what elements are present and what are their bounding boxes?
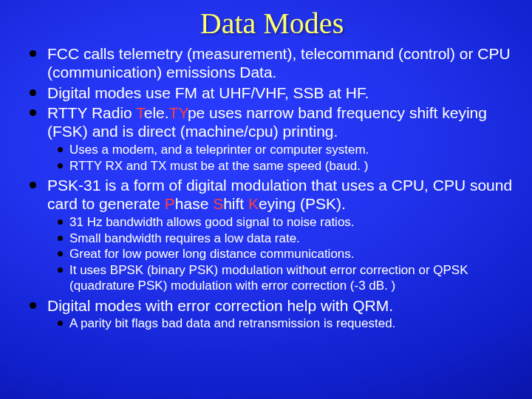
- bullet-text: Great for low power long distance commun…: [69, 247, 355, 261]
- bullet-item: PSK-31 is a form of digital modulation t…: [27, 177, 514, 293]
- bullet-item: FCC calls telemetry (measurement), telec…: [27, 45, 514, 82]
- bullet-text: hift: [223, 195, 248, 212]
- bullet-list-level2: A parity bit flags bad data and retransm…: [47, 316, 514, 332]
- sub-bullet-item: Uses a modem, and a teleprinter or compu…: [56, 143, 514, 158]
- bullet-text: hase: [175, 195, 213, 212]
- bullet-item: Digital modes with error correction help…: [27, 297, 514, 332]
- bullet-text: 31 Hz bandwidth allows good signal to no…: [69, 215, 355, 229]
- sub-bullet-item: Small bandwidth requires a low data rate…: [56, 231, 514, 247]
- bullet-text: RTTY Radio: [47, 104, 136, 121]
- bullet-text: FCC calls telemetry (measurement), telec…: [47, 45, 511, 81]
- bullet-list-level1: FCC calls telemetry (measurement), telec…: [27, 45, 517, 332]
- bullet-text: Digital modes use FM at UHF/VHF, SSB at …: [47, 84, 369, 101]
- bullet-text: RTTY RX and TX must be at the same speed…: [69, 159, 368, 173]
- bullet-item: Digital modes use FM at UHF/VHF, SSB at …: [27, 84, 514, 103]
- highlight-letter: T: [136, 104, 144, 121]
- bullet-text: ele.: [144, 104, 169, 121]
- sub-bullet-item: 31 Hz bandwidth allows good signal to no…: [56, 215, 514, 231]
- highlight-letter: TY: [169, 104, 188, 121]
- highlight-letter: P: [165, 195, 175, 212]
- bullet-text: It uses BPSK (binary PSK) modulation wit…: [69, 263, 468, 293]
- bullet-text: Uses a modem, and a teleprinter or compu…: [69, 143, 369, 157]
- slide: Data Modes FCC calls telemetry (measurem…: [0, 0, 532, 399]
- bullet-text: eying (PSK).: [259, 195, 346, 212]
- bullet-text: Small bandwidth requires a low data rate…: [69, 231, 300, 245]
- bullet-list-level2: Uses a modem, and a teleprinter or compu…: [47, 143, 514, 174]
- sub-bullet-item: It uses BPSK (binary PSK) modulation wit…: [56, 263, 514, 293]
- bullet-list-level2: 31 Hz bandwidth allows good signal to no…: [47, 215, 514, 294]
- bullet-item: RTTY Radio Tele.TYpe uses narrow band fr…: [27, 104, 514, 174]
- sub-bullet-item: A parity bit flags bad data and retransm…: [56, 316, 514, 332]
- highlight-letter: S: [213, 195, 223, 212]
- sub-bullet-item: RTTY RX and TX must be at the same speed…: [56, 159, 514, 174]
- bullet-text: Digital modes with error correction help…: [47, 297, 393, 314]
- slide-title: Data Modes: [27, 6, 517, 41]
- sub-bullet-item: Great for low power long distance commun…: [56, 247, 514, 262]
- bullet-text: A parity bit flags bad data and retransm…: [69, 316, 395, 330]
- highlight-letter: K: [248, 195, 259, 212]
